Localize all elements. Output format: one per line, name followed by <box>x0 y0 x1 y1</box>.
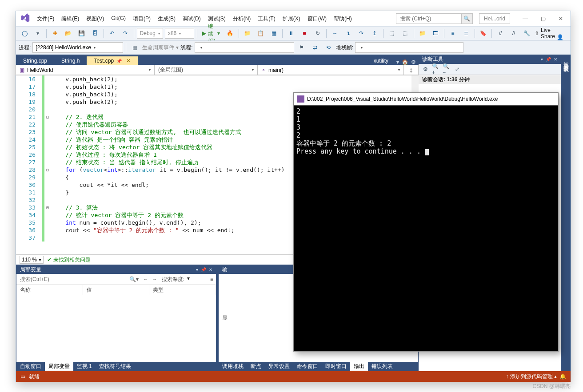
menu-item[interactable]: 项目(P) <box>130 13 154 24</box>
minimize-button[interactable]: — <box>516 12 534 25</box>
nav-back-icon[interactable]: ◯ <box>19 28 30 38</box>
col-type[interactable]: 类型 <box>149 285 216 295</box>
bottom-tab[interactable]: 监视 1 <box>73 362 96 371</box>
show-next-icon[interactable]: → <box>329 28 340 38</box>
menu-item[interactable]: 帮助(H) <box>331 13 355 24</box>
diag-record-icon[interactable]: ⚙ <box>421 65 429 73</box>
config-combo[interactable]: Debug▾ <box>137 28 163 39</box>
panel-menu-icon[interactable]: ▾ <box>541 57 543 62</box>
thread-flag-icon[interactable]: ⚑ <box>296 43 307 52</box>
bottom-tab[interactable]: 输出 <box>350 362 368 371</box>
col-name[interactable]: 名称 <box>16 285 83 295</box>
restart-icon[interactable]: ↻ <box>312 28 323 38</box>
bottom-tab[interactable]: 即时窗口 <box>322 362 350 371</box>
process-combo[interactable]: [22840] HelloWorld.exe▾ <box>32 42 123 53</box>
panel-close-icon[interactable]: ✕ <box>554 57 557 62</box>
locals-search-input[interactable] <box>16 274 127 284</box>
bottom-tab[interactable]: 调用堆栈 <box>219 362 247 371</box>
window-icon[interactable]: 🗔 <box>430 28 441 38</box>
menu-item[interactable]: 生成(B) <box>155 13 179 24</box>
tab-dropdown-icon[interactable]: ▾ <box>396 59 399 65</box>
menu-item[interactable]: 视图(V) <box>83 13 107 24</box>
add-source-control[interactable]: ↑ 添加到源代码管理 ▴ <box>506 373 557 380</box>
col-value[interactable]: 值 <box>83 285 150 295</box>
bottom-tab[interactable]: 查找符号结果 <box>96 362 135 371</box>
new-item-icon[interactable]: ✚ <box>49 28 61 38</box>
tab-string-cpp[interactable]: String.cpp <box>16 56 54 65</box>
comment-icon[interactable]: // <box>495 28 506 38</box>
locals-filter-icon[interactable]: ≡ <box>208 276 216 282</box>
diag-zoomin-icon[interactable]: 🔍+ <box>432 65 440 73</box>
notifications-icon[interactable]: 🔔 <box>559 373 566 380</box>
bottom-tab[interactable]: 错误列表 <box>368 362 396 371</box>
open-file-icon[interactable]: 📂 <box>63 28 74 38</box>
console-window[interactable]: D:\002_Project\006_Visual_Studio\HelloWo… <box>293 92 559 352</box>
tab-test-cpp[interactable]: Test.cpp📌✕ <box>87 56 138 65</box>
diag-reset-icon[interactable]: ⤢ <box>453 65 461 73</box>
bottom-tab[interactable]: 自动窗口 <box>16 362 45 371</box>
panel-menu-icon[interactable]: ▾ <box>196 267 198 272</box>
menu-item[interactable]: 扩展(X) <box>280 13 303 24</box>
menu-item[interactable]: 工具(T) <box>255 13 278 24</box>
redo-icon[interactable]: ↷ <box>120 28 131 38</box>
menu-item[interactable]: 文件(F) <box>34 13 57 24</box>
solution-pill[interactable]: Hel...orld <box>479 13 510 24</box>
search-icon[interactable]: 🔍▾ <box>127 276 141 282</box>
nav-split-icon[interactable]: ‡ <box>403 65 419 75</box>
bottom-tab[interactable]: 命令窗口 <box>293 362 322 371</box>
global-search[interactable]: 🔍 <box>396 13 473 24</box>
step-over-icon[interactable]: ↷ <box>355 28 367 38</box>
diag-zoomout-icon[interactable]: 🔍− <box>443 65 451 73</box>
thread-tool1-icon[interactable]: ⇄ <box>309 43 321 52</box>
bottom-tab[interactable]: 异常设置 <box>265 362 293 371</box>
panel-pin-icon[interactable]: 📌 <box>546 57 551 62</box>
locals-prev-icon[interactable]: ← <box>141 276 150 282</box>
open-folder-icon[interactable]: 📁 <box>241 28 253 38</box>
nav-project[interactable]: ▣HelloWorld▾ <box>16 65 155 75</box>
global-search-input[interactable] <box>396 15 461 23</box>
live-share[interactable]: ⇧ Live Share 👤 <box>535 27 568 40</box>
stackframe-combo[interactable]: ▾ <box>355 42 463 53</box>
tab-gear-icon[interactable]: ⚙ <box>411 59 416 65</box>
hot-reload-icon[interactable]: 🔥 <box>224 28 236 38</box>
continue-button[interactable]: ▶ 继续(C) ▾ <box>200 28 223 38</box>
save-all-icon[interactable]: 🗄 <box>89 28 101 38</box>
maximize-button[interactable]: ▢ <box>534 12 552 25</box>
console-titlebar[interactable]: D:\002_Project\006_Visual_Studio\HelloWo… <box>294 93 558 106</box>
lifecycle-icon[interactable]: ▦ <box>129 43 140 52</box>
menu-item[interactable]: 调试(D) <box>180 13 204 24</box>
tab-search-icon[interactable]: 🏠 <box>402 59 408 65</box>
class-view-icon[interactable]: ▦ <box>268 28 280 38</box>
step-into-icon[interactable]: ↴ <box>342 28 354 38</box>
locals-next-icon[interactable]: → <box>150 276 159 282</box>
panel-pin-icon[interactable]: 📌 <box>201 267 206 272</box>
search-depth-combo[interactable]: ▾ <box>187 275 208 283</box>
step-out-icon[interactable]: ↥ <box>369 28 380 38</box>
indent-more-icon[interactable]: ≣ <box>460 28 472 38</box>
close-button[interactable]: ✕ <box>552 12 570 25</box>
pin-icon[interactable]: 📌 <box>116 59 122 63</box>
thread-combo[interactable]: ▾ <box>195 42 294 53</box>
undo-icon[interactable]: ↶ <box>106 28 118 38</box>
folder-icon[interactable]: 📁 <box>416 28 428 38</box>
format-icon[interactable]: 🔧 <box>521 28 533 38</box>
bottom-tab[interactable]: 断点 <box>247 362 265 371</box>
nav-function[interactable]: ⚬main()▾ <box>257 65 404 75</box>
tool-icon-a[interactable]: ⬚ <box>386 28 398 38</box>
indent-less-icon[interactable]: ≡ <box>447 28 459 38</box>
pause-icon[interactable]: ⏸ <box>285 28 297 38</box>
stop-icon[interactable]: ■ <box>299 28 310 38</box>
menu-item[interactable]: 窗口(W) <box>304 13 330 24</box>
tool-icon-b[interactable]: ⬚ <box>399 28 411 38</box>
thread-tool2-icon[interactable]: ⟲ <box>323 43 334 52</box>
menu-item[interactable]: 编辑(E) <box>58 13 82 24</box>
properties-icon[interactable]: 📋 <box>255 28 266 38</box>
uncomment-icon[interactable]: // <box>508 28 519 38</box>
panel-close-icon[interactable]: ✕ <box>209 267 212 272</box>
bottom-tab[interactable]: 局部变量 <box>45 362 73 371</box>
solution-explorer-tab[interactable]: 解决方案资源… <box>561 55 571 371</box>
search-icon[interactable]: 🔍 <box>461 14 472 24</box>
tab-xutility[interactable]: xutility <box>368 56 394 65</box>
zoom-combo[interactable]: 110 % ▾ <box>20 256 44 264</box>
tab-string-h[interactable]: String.h <box>54 56 87 65</box>
